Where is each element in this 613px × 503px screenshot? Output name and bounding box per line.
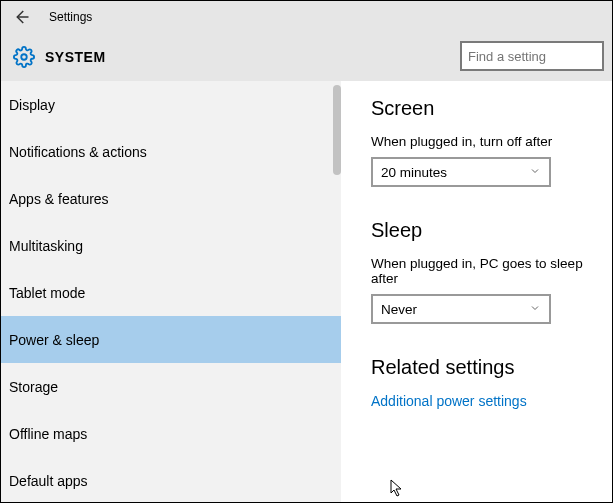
sleep-heading: Sleep bbox=[371, 219, 592, 242]
svg-point-1 bbox=[21, 54, 27, 60]
sidebar-item-label: Display bbox=[9, 97, 55, 113]
sidebar-item-notifications[interactable]: Notifications & actions bbox=[1, 128, 341, 175]
subheader: SYSTEM bbox=[1, 33, 612, 81]
sidebar-item-label: Apps & features bbox=[9, 191, 109, 207]
sidebar-item-label: Default apps bbox=[9, 473, 88, 489]
additional-power-settings-link[interactable]: Additional power settings bbox=[371, 393, 592, 409]
sleep-timeout-select[interactable]: Never bbox=[371, 294, 551, 324]
sidebar-item-power-sleep[interactable]: Power & sleep bbox=[1, 316, 341, 363]
screen-plugged-label: When plugged in, turn off after bbox=[371, 134, 592, 149]
screen-heading: Screen bbox=[371, 97, 592, 120]
content: Display Notifications & actions Apps & f… bbox=[1, 81, 612, 502]
screen-timeout-value: 20 minutes bbox=[381, 165, 447, 180]
screen-timeout-select[interactable]: 20 minutes bbox=[371, 157, 551, 187]
sidebar-item-display[interactable]: Display bbox=[1, 81, 341, 128]
sidebar-item-label: Tablet mode bbox=[9, 285, 85, 301]
sidebar-item-multitasking[interactable]: Multitasking bbox=[1, 222, 341, 269]
sidebar-item-offline-maps[interactable]: Offline maps bbox=[1, 410, 341, 457]
back-arrow-icon bbox=[12, 8, 30, 26]
sidebar-item-apps[interactable]: Apps & features bbox=[1, 175, 341, 222]
sidebar-item-label: Notifications & actions bbox=[9, 144, 147, 160]
window-title: Settings bbox=[49, 10, 92, 24]
titlebar: Settings bbox=[1, 1, 612, 33]
sidebar-item-tablet[interactable]: Tablet mode bbox=[1, 269, 341, 316]
main-panel: Screen When plugged in, turn off after 2… bbox=[341, 81, 612, 502]
sidebar-item-label: Power & sleep bbox=[9, 332, 99, 348]
sidebar: Display Notifications & actions Apps & f… bbox=[1, 81, 341, 502]
sleep-timeout-value: Never bbox=[381, 302, 417, 317]
sidebar-item-storage[interactable]: Storage bbox=[1, 363, 341, 410]
search-box[interactable] bbox=[460, 41, 604, 71]
gear-icon bbox=[13, 46, 35, 68]
related-heading: Related settings bbox=[371, 356, 592, 379]
sidebar-item-default-apps[interactable]: Default apps bbox=[1, 457, 341, 503]
back-button[interactable] bbox=[9, 5, 33, 29]
chevron-down-icon bbox=[529, 302, 541, 317]
chevron-down-icon bbox=[529, 165, 541, 180]
sidebar-item-label: Storage bbox=[9, 379, 58, 395]
search-input[interactable] bbox=[468, 49, 596, 64]
sidebar-scrollbar[interactable] bbox=[333, 85, 341, 175]
sidebar-item-label: Offline maps bbox=[9, 426, 87, 442]
page-title: SYSTEM bbox=[45, 49, 106, 65]
sleep-plugged-label: When plugged in, PC goes to sleep after bbox=[371, 256, 592, 286]
sidebar-item-label: Multitasking bbox=[9, 238, 83, 254]
